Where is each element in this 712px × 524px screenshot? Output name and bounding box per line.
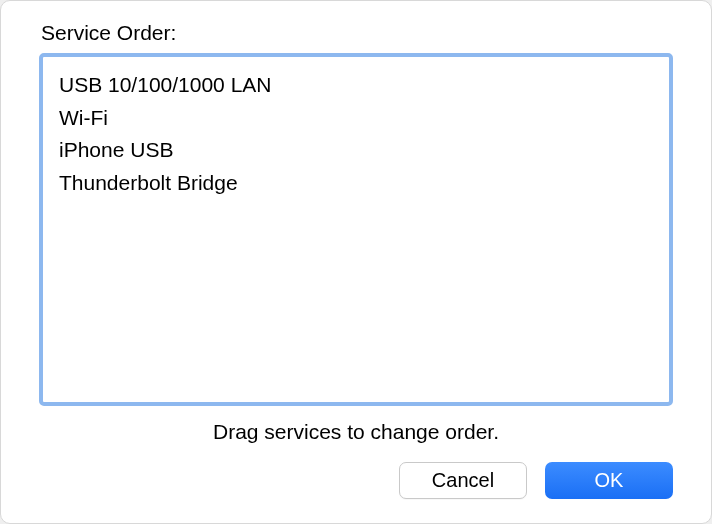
service-order-dialog: Service Order: USB 10/100/1000 LAN Wi-Fi… xyxy=(0,0,712,524)
service-order-list[interactable]: USB 10/100/1000 LAN Wi-Fi iPhone USB Thu… xyxy=(39,53,673,406)
ok-button[interactable]: OK xyxy=(545,462,673,499)
button-row: Cancel OK xyxy=(39,462,673,499)
list-item[interactable]: Thunderbolt Bridge xyxy=(59,167,653,200)
list-item[interactable]: USB 10/100/1000 LAN xyxy=(59,69,653,102)
hint-text: Drag services to change order. xyxy=(39,420,673,444)
list-item[interactable]: Wi-Fi xyxy=(59,102,653,135)
dialog-title: Service Order: xyxy=(41,21,673,45)
cancel-button[interactable]: Cancel xyxy=(399,462,527,499)
list-item[interactable]: iPhone USB xyxy=(59,134,653,167)
